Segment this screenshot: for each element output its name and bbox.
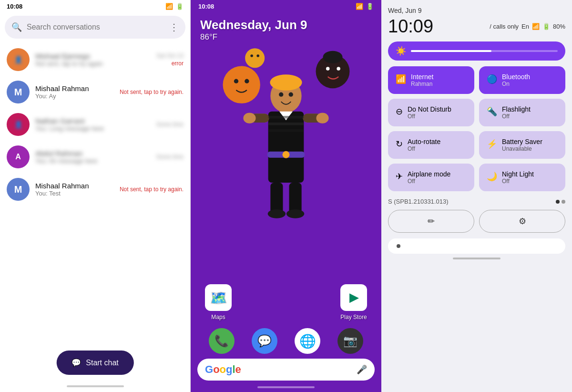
conversation-list: 👤 Mishaal Ejemego Not sent, tap to try a… [0, 43, 190, 392]
qs-tile-dnd-status: Off [408, 113, 451, 120]
list-item[interactable]: 👤 Nathan Garrant You: Long message here … [0, 108, 190, 141]
conv-name: Abdul Rahman [35, 149, 121, 157]
dnd-icon: ⊖ [396, 106, 403, 117]
conv-name: Nathan Garrant [35, 117, 121, 125]
maps-icon[interactable]: 🗺️ [205, 284, 232, 311]
qs-tile-nightlight[interactable]: 🌙 Night Light Off [479, 164, 565, 191]
conv-preview: You: Ay [35, 93, 114, 100]
dock-camera[interactable]: 📷 [337, 328, 363, 354]
qs-build-info: S (SPB1.210331.013) [388, 198, 565, 205]
qs-tile-batterysaver[interactable]: ⚡ Battery Saver Unavailable [479, 131, 565, 159]
qs-tile-airplane[interactable]: ✈ Airplane mode Off [388, 164, 474, 191]
conv-time: Some time [156, 121, 184, 128]
shortcut-playstore[interactable]: ▶ Play Store [340, 284, 367, 320]
edit-button[interactable]: ✏ [388, 210, 474, 233]
svg-point-27 [250, 54, 253, 57]
qs-tile-internet-name: Internet [411, 73, 433, 81]
home-panel: 10:08 📶 🔋 Wednesday, Jun 9 86°F [191, 0, 381, 392]
svg-rect-16 [270, 183, 283, 214]
list-item[interactable]: M Mishaal Rahman You: Ay Not sent, tap t… [0, 76, 190, 108]
conv-content: Nathan Garrant You: Long message here [35, 117, 121, 132]
conv-preview: Not sent, tap to try again [35, 60, 121, 67]
svg-point-4 [326, 67, 329, 70]
svg-point-12 [289, 93, 293, 97]
qs-tile-batterysaver-name: Battery Saver [502, 138, 542, 145]
edit-icon: ✏ [428, 216, 435, 227]
svg-rect-29 [268, 116, 304, 119]
qs-wifi-icon: 📶 [532, 23, 540, 30]
battery-icon-home: 🔋 [366, 3, 374, 10]
avatar: 👤 [7, 113, 30, 136]
qs-search-bar[interactable] [388, 238, 565, 254]
home-indicator-home [257, 386, 315, 388]
qs-tile-nightlight-name: Night Light [502, 170, 534, 178]
maps-label: Maps [211, 314, 225, 320]
dock-chrome[interactable]: 🌐 [295, 328, 320, 354]
search-bar[interactable]: 🔍 ⋮ [5, 16, 185, 39]
qs-tile-internet-text: Internet Rahman [411, 73, 433, 87]
svg-point-6 [323, 51, 342, 63]
dock-phone[interactable]: 📞 [209, 328, 235, 354]
conv-error: Not sent, tap to try again. [120, 89, 184, 95]
avatar: A [7, 145, 30, 168]
conv-content: Mishaal Rahman You: Ay [35, 84, 114, 100]
conv-meta: Some time [126, 154, 184, 160]
home-indicator-messages [67, 385, 124, 387]
qs-battery-icon: 🔋 [542, 23, 550, 30]
wifi-icon-home: 📶 [356, 3, 363, 10]
qs-tile-flashlight[interactable]: 🔦 Flashlight Off [479, 99, 565, 126]
conv-meta: Not sent, tap to try again. [120, 186, 184, 193]
conv-preview: You: Long message here [35, 125, 121, 132]
avatar: M [7, 178, 30, 201]
chat-icon: 💬 [72, 358, 81, 367]
list-item[interactable]: M Mishaal Rahman You: Test Not sent, tap… [0, 173, 190, 206]
settings-button[interactable]: ⚙ [479, 210, 565, 233]
messages-panel: 10:08 📶 🔋 🔍 ⋮ 👤 Mishaal Ejemego Not sent… [0, 0, 191, 392]
status-bar-messages: 10:08 📶 🔋 [0, 0, 190, 13]
search-icon: 🔍 [11, 22, 22, 32]
svg-point-26 [245, 48, 265, 68]
airplane-icon: ✈ [396, 171, 403, 182]
conv-name: Mishaal Rahman [35, 84, 114, 93]
bluetooth-icon: 🔵 [487, 74, 497, 84]
svg-point-18 [268, 209, 286, 218]
brightness-slider[interactable]: ☀️ [388, 41, 565, 61]
shortcut-maps[interactable]: 🗺️ Maps [205, 284, 232, 320]
qs-tile-nightlight-text: Night Light Off [502, 170, 534, 185]
start-chat-button[interactable]: 💬 Start chat [56, 351, 133, 375]
qs-tile-autorotate-text: Auto-rotate Off [408, 138, 440, 152]
qs-tile-flashlight-name: Flashlight [502, 105, 531, 113]
playstore-label: Play Store [340, 314, 367, 320]
svg-point-0 [223, 66, 260, 103]
qs-tile-batterysaver-status: Unavailable [502, 145, 542, 152]
search-input[interactable] [27, 23, 164, 31]
svg-point-28 [256, 54, 259, 57]
avatar: 👤 [7, 48, 30, 71]
qs-time-row: 10:09 / calls only En 📶 🔋 80% [388, 16, 565, 37]
conv-name: Mishaal Ejemego [35, 52, 121, 60]
conv-preview: You: Test [35, 190, 114, 197]
qs-tile-autorotate[interactable]: ↻ Auto-rotate Off [388, 131, 474, 159]
more-options-icon[interactable]: ⋮ [169, 21, 179, 33]
qs-tile-airplane-name: Airplane mode [408, 170, 450, 178]
svg-point-15 [283, 151, 290, 158]
svg-point-5 [337, 67, 340, 70]
qs-tile-bluetooth-status: On [502, 81, 530, 87]
qs-tile-internet[interactable]: 📶 Internet Rahman [388, 66, 474, 94]
qs-tile-bluetooth[interactable]: 🔵 Bluetooth On [479, 66, 565, 94]
google-mic-icon[interactable]: 🎤 [357, 364, 367, 375]
home-illustration-area: Wednesday, Jun 9 86°F [191, 13, 381, 284]
google-logo: Google [205, 363, 241, 376]
qs-language: En [521, 23, 529, 30]
list-item[interactable]: 👤 Mishaal Ejemego Not sent, tap to try a… [0, 43, 190, 76]
playstore-icon[interactable]: ▶ [340, 284, 367, 311]
qs-time: 10:09 [388, 16, 433, 37]
qs-calls-status: / calls only [490, 23, 519, 30]
svg-rect-7 [268, 112, 304, 183]
dock-messages[interactable]: 💬 [252, 328, 277, 354]
qs-tile-dnd[interactable]: ⊖ Do Not Disturb Off [388, 99, 474, 126]
google-search-bar[interactable]: Google 🎤 [197, 359, 375, 381]
list-item[interactable]: A Abdul Rahman You: Ah message here Some… [0, 141, 190, 173]
status-bar-home: 10:08 📶 🔋 [191, 0, 381, 13]
conv-name: Mishaal Rahman [35, 182, 114, 190]
